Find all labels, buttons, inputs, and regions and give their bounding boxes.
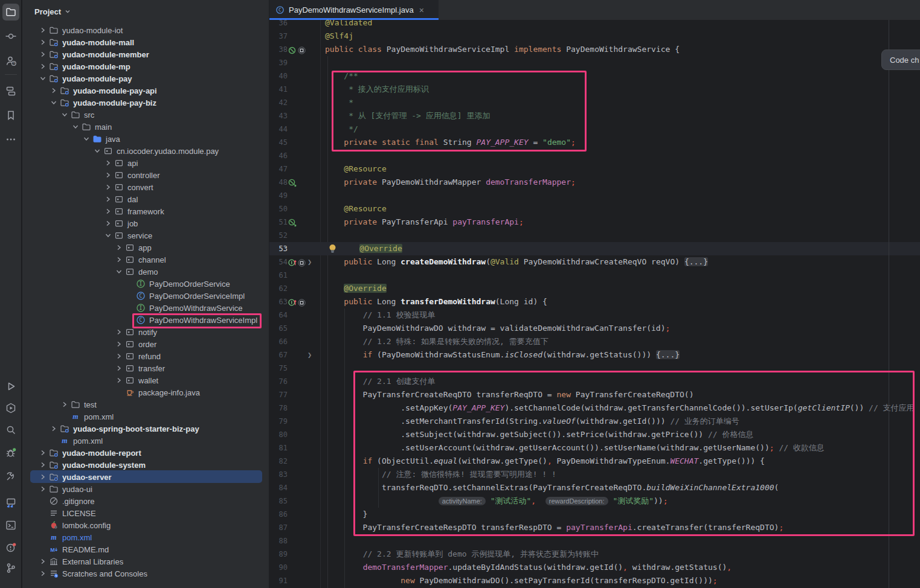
tree-item-yudao-ui[interactable]: yudao-ui — [38, 483, 92, 495]
chevron-right-icon[interactable] — [38, 460, 48, 470]
rail-search-icon[interactable] — [2, 421, 19, 438]
rail-run-icon[interactable] — [2, 378, 19, 395]
code-line-91[interactable]: 91 new PayDemoWithdrawDO().setPayTransfe… — [269, 574, 920, 587]
chevron-right-icon[interactable] — [60, 400, 69, 409]
code-line-67[interactable]: 67❯ if (PayDemoWithdrawStatusEnum.isClos… — [269, 348, 920, 362]
tab-close-icon[interactable]: × — [419, 5, 424, 15]
line-number[interactable]: 41 — [269, 83, 288, 96]
tree-item-yudao-module-pay-biz[interactable]: yudao-module-pay-biz — [49, 97, 156, 109]
tree-item-license[interactable]: LICENSE — [38, 507, 96, 519]
rail-git-icon[interactable] — [2, 560, 19, 577]
tree-item-yudao-module-pay-api[interactable]: yudao-module-pay-api — [49, 85, 157, 97]
chevron-down-icon[interactable] — [71, 122, 80, 132]
tree-item-src[interactable]: src — [60, 109, 94, 121]
code-line-53[interactable]: 53 @Override — [269, 242, 920, 255]
line-number[interactable]: 82 — [269, 455, 288, 468]
tree-item-external-libraries[interactable]: External Libraries — [38, 555, 123, 567]
chevron-right-icon[interactable] — [114, 243, 124, 252]
chevron-right-icon[interactable] — [103, 158, 113, 168]
rail-more-icon[interactable] — [2, 131, 19, 148]
code-line-39[interactable]: 39 — [269, 56, 920, 69]
chevron-right-icon[interactable] — [103, 194, 113, 204]
chevron-right-icon[interactable] — [49, 424, 59, 433]
code-line-90[interactable]: 90 demoTransferMapper.updateByIdAndStatu… — [269, 561, 920, 574]
tree-item-app[interactable]: app — [114, 241, 152, 254]
chevron-right-icon[interactable] — [38, 37, 48, 47]
line-number[interactable]: 47 — [269, 162, 288, 176]
rail-structure-icon[interactable] — [2, 83, 19, 100]
line-number[interactable]: 66 — [269, 335, 288, 348]
tree-item-yudao-module-mp[interactable]: yudao-module-mp — [38, 60, 130, 72]
code-line-37[interactable]: 37@Slf4j — [269, 30, 920, 43]
chevron-right-icon[interactable] — [38, 448, 48, 458]
tree-item-service[interactable]: service — [103, 229, 152, 241]
chevron-right-icon[interactable] — [38, 569, 48, 578]
tree-item-yudao-module-report[interactable]: yudao-module-report — [38, 447, 141, 459]
code-line-52[interactable]: 52 — [269, 229, 920, 242]
chevron-right-icon[interactable] — [38, 25, 48, 35]
line-number[interactable]: 76 — [269, 375, 288, 388]
code-line-66[interactable]: 66 // 1.2 特殊: 如果是转账失败的情况, 需要充值下 — [269, 335, 920, 348]
tree-item-scratches-and-consoles[interactable]: Scratches and Consoles — [38, 567, 147, 580]
code-line-88[interactable]: 88 — [269, 534, 920, 548]
chevron-right-icon[interactable] — [49, 86, 59, 95]
rail-remote-icon[interactable] — [2, 494, 19, 511]
chevron-down-icon[interactable] — [92, 146, 102, 156]
line-number[interactable]: 88 — [269, 534, 288, 548]
line-number[interactable]: 44 — [269, 123, 288, 136]
code-editor[interactable]: 36@Validated37@Slf4j38public class PayDe… — [269, 20, 920, 588]
chevron-down-icon[interactable] — [114, 267, 124, 276]
line-number[interactable]: 54 — [269, 255, 288, 269]
code-line-61[interactable]: 61 — [269, 269, 920, 282]
chevron-right-icon[interactable] — [38, 484, 48, 494]
tree-item-yudao-spring-boot-starter-biz-pay[interactable]: yudao-spring-boot-starter-biz-pay — [49, 423, 199, 435]
line-number[interactable]: 49 — [269, 189, 288, 202]
tree-item-package-info-java[interactable]: package-info.java — [114, 386, 200, 398]
line-number[interactable]: 53 — [269, 242, 288, 255]
tree-item-transfer[interactable]: transfer — [114, 362, 165, 374]
tree-item-channel[interactable]: channel — [114, 254, 166, 266]
line-number[interactable]: 83 — [269, 468, 288, 481]
code-line-38[interactable]: 38public class PayDemoWithdrawServiceImp… — [269, 43, 920, 56]
code-line-64[interactable]: 64 // 1.1 校验提现单 — [269, 308, 920, 322]
line-number[interactable]: 50 — [269, 202, 288, 216]
tree-item-pom-xml[interactable]: mpom.xml — [49, 435, 103, 447]
line-number[interactable]: 52 — [269, 229, 288, 242]
chevron-right-icon[interactable] — [103, 182, 113, 192]
code-line-50[interactable]: 50 @Resource — [269, 202, 920, 216]
tree-item-pom-xml[interactable]: mpom.xml — [38, 531, 92, 543]
tree-item-demo[interactable]: demo — [114, 266, 158, 278]
rail-services-icon[interactable] — [2, 400, 19, 417]
line-number[interactable]: 77 — [269, 388, 288, 401]
line-number[interactable]: 63 — [269, 295, 288, 308]
line-number[interactable]: 36 — [269, 20, 288, 30]
line-number[interactable]: 61 — [269, 269, 288, 282]
line-number[interactable]: 40 — [269, 69, 288, 83]
tree-item-yudao-module-mall[interactable]: yudao-module-mall — [38, 36, 134, 48]
rail-terminal-icon[interactable] — [2, 517, 19, 534]
line-number[interactable]: 65 — [269, 322, 288, 335]
tree-item-dal[interactable]: dal — [103, 193, 138, 205]
line-number[interactable]: 67 — [269, 348, 288, 362]
code-line-65[interactable]: 65 PayDemoWithdrawDO withdraw = validate… — [269, 322, 920, 335]
line-number[interactable]: 90 — [269, 561, 288, 574]
tree-item-test[interactable]: test — [60, 398, 97, 411]
chevron-right-icon[interactable] — [114, 327, 124, 337]
line-number[interactable]: 45 — [269, 136, 288, 149]
line-number[interactable]: 48 — [269, 176, 288, 189]
tree-item-convert[interactable]: convert — [103, 181, 153, 193]
line-number[interactable]: 64 — [269, 308, 288, 322]
code-line-62[interactable]: 62 @Override — [269, 282, 920, 295]
chevron-down-icon[interactable] — [49, 98, 59, 107]
rail-bookmarks-icon[interactable] — [2, 107, 19, 124]
tree-item-main[interactable]: main — [71, 121, 112, 133]
tree-item-yudao-module-system[interactable]: yudao-module-system — [38, 459, 146, 471]
code-line-89[interactable]: 89 // 2.2 更新转账单到 demo 示例提现单, 并将状态更新为转账中 — [269, 548, 920, 561]
code-check-button[interactable]: Code ch — [881, 50, 920, 70]
line-number[interactable]: 42 — [269, 96, 288, 109]
line-number[interactable]: 87 — [269, 521, 288, 534]
line-number[interactable]: 51 — [269, 216, 288, 229]
chevron-right-icon[interactable] — [114, 351, 124, 361]
line-number[interactable]: 46 — [269, 149, 288, 162]
line-number[interactable]: 43 — [269, 109, 288, 123]
